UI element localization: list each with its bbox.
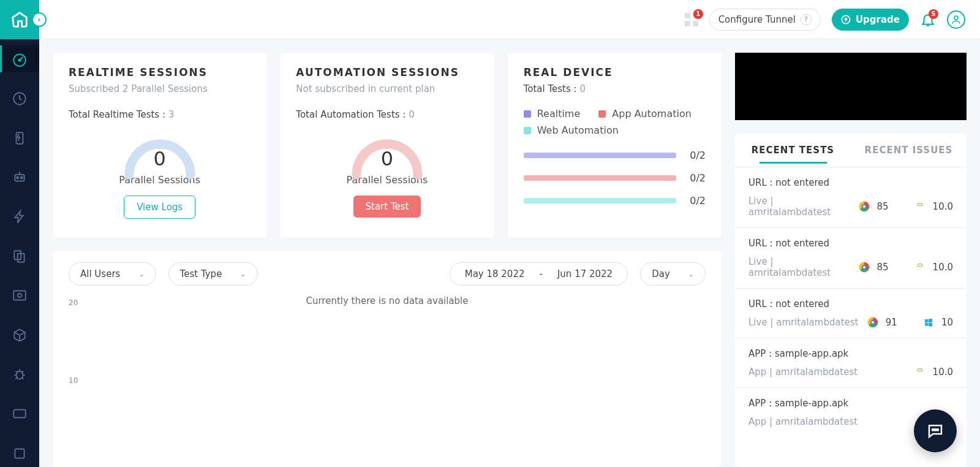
real-device-total: Total Tests : 0 bbox=[524, 83, 706, 94]
realtime-sessions-card: REALTIME SESSIONS Subscribed 2 Parallel … bbox=[53, 53, 266, 238]
sidebar-bug[interactable] bbox=[0, 361, 39, 388]
automation-total: Total Automation Tests : 0 bbox=[296, 109, 478, 120]
os-version: 10 bbox=[941, 317, 953, 328]
recent-test-meta: App | amritalambdatest bbox=[748, 366, 907, 378]
recent-test-meta: Live | amritalambdatest bbox=[748, 317, 860, 328]
chart-ytick: 20 bbox=[69, 298, 78, 307]
svg-point-17 bbox=[921, 204, 921, 205]
filter-granularity[interactable]: Day⌄ bbox=[640, 262, 706, 286]
card-title: REALTIME SESSIONS bbox=[69, 66, 251, 78]
browser-version: 85 bbox=[877, 201, 889, 212]
promo-banner[interactable] bbox=[735, 53, 967, 120]
android-icon bbox=[914, 201, 925, 212]
legend-app-automation: App Automation bbox=[598, 108, 692, 120]
svg-point-24 bbox=[932, 429, 934, 431]
svg-rect-14 bbox=[13, 410, 26, 418]
bar-app: 0/2 bbox=[524, 172, 706, 184]
sidebar-expand-icon[interactable]: › bbox=[32, 12, 47, 27]
configure-tunnel-button[interactable]: Configure Tunnel ? bbox=[709, 9, 821, 31]
recent-test-title: URL : not entered bbox=[748, 238, 953, 249]
help-icon[interactable]: ? bbox=[801, 14, 812, 25]
recent-test-title: URL : not entered bbox=[748, 298, 953, 309]
realtime-total: Total Realtime Tests : 3 bbox=[69, 109, 251, 120]
logo[interactable]: › bbox=[0, 0, 39, 39]
filter-date-range[interactable]: May 18 2022 - Jun 17 2022 bbox=[450, 262, 628, 286]
android-icon bbox=[914, 366, 925, 378]
sidebar-dashboard[interactable] bbox=[0, 45, 39, 72]
recent-test-item[interactable]: URL : not enteredLive | amritalambdatest… bbox=[735, 288, 967, 338]
chrome-icon bbox=[859, 262, 870, 273]
recent-test-title: URL : not entered bbox=[748, 177, 953, 188]
svg-point-21 bbox=[921, 370, 921, 370]
sidebar-more[interactable] bbox=[0, 440, 39, 467]
bar-web: 0/2 bbox=[524, 195, 706, 207]
card-subtitle: Subscribed 2 Parallel Sessions bbox=[69, 83, 251, 94]
svg-point-26 bbox=[937, 429, 939, 431]
browser-version: 85 bbox=[877, 262, 889, 273]
svg-point-12 bbox=[18, 294, 22, 298]
svg-point-7 bbox=[17, 177, 18, 179]
svg-point-20 bbox=[918, 370, 919, 370]
svg-point-16 bbox=[918, 204, 919, 205]
browser-version: 91 bbox=[886, 317, 897, 328]
real-device-card: REAL DEVICE Total Tests : 0 Realtime App… bbox=[508, 53, 722, 238]
windows-icon bbox=[923, 317, 934, 328]
sidebar-battery[interactable] bbox=[0, 124, 39, 151]
sidebar-bot[interactable] bbox=[0, 164, 39, 191]
sidebar-visual[interactable] bbox=[0, 282, 39, 309]
apps-grid-icon[interactable]: 1 bbox=[685, 13, 698, 26]
sidebar-box[interactable] bbox=[0, 322, 39, 349]
svg-point-1 bbox=[954, 16, 958, 20]
svg-rect-11 bbox=[13, 291, 26, 300]
tab-recent-issues[interactable]: RECENT ISSUES bbox=[851, 134, 967, 167]
chrome-icon bbox=[867, 317, 878, 328]
svg-point-18 bbox=[918, 265, 919, 265]
legend-realtime: Realtime bbox=[524, 108, 581, 120]
profile-avatar[interactable] bbox=[947, 10, 965, 29]
os-version: 10.0 bbox=[933, 262, 953, 273]
automation-gauge-value: 0 bbox=[381, 147, 393, 170]
android-icon bbox=[914, 262, 925, 273]
recent-test-item[interactable]: URL : not enteredLive | amritalambdatest… bbox=[735, 227, 967, 288]
os-version: 10.0 bbox=[933, 366, 953, 378]
sidebar-contrast[interactable] bbox=[0, 400, 39, 427]
svg-rect-15 bbox=[15, 449, 24, 458]
topbar: › 1 Configure Tunnel ? Upgrade 5 bbox=[0, 0, 980, 39]
chart-card: All Users⌄ Test Type⌄ May 18 2022 - Jun … bbox=[53, 251, 722, 467]
legend-web-automation: Web Automation bbox=[524, 124, 619, 136]
bar-realtime: 0/2 bbox=[524, 150, 706, 161]
recent-test-item[interactable]: APP : sample-app.apkApp | amritalambdate… bbox=[735, 338, 967, 387]
apps-badge: 1 bbox=[693, 9, 703, 19]
chart-area: 1020 bbox=[69, 311, 706, 467]
tab-recent-tests[interactable]: RECENT TESTS bbox=[735, 134, 851, 167]
card-subtitle: Not subscribed in current plan bbox=[296, 83, 478, 94]
recent-test-meta: Live | amritalambdatest bbox=[748, 256, 851, 278]
card-title: AUTOMATION SESSIONS bbox=[296, 66, 478, 78]
sidebar-bolt[interactable] bbox=[0, 203, 39, 230]
upgrade-button[interactable]: Upgrade bbox=[832, 9, 909, 31]
card-title: REAL DEVICE bbox=[524, 66, 706, 78]
sidebar-copy[interactable] bbox=[0, 243, 39, 270]
recent-test-meta: App | amritalambdatest bbox=[748, 416, 907, 427]
os-version: 10.0 bbox=[933, 201, 953, 212]
chart-ytick: 10 bbox=[69, 376, 78, 385]
filter-type[interactable]: Test Type⌄ bbox=[168, 262, 258, 286]
chart-empty-message: Currently there is no data available bbox=[69, 295, 706, 306]
svg-point-8 bbox=[21, 177, 23, 179]
recent-test-meta: Live | amritalambdatest bbox=[748, 196, 851, 218]
sidebar bbox=[0, 39, 39, 467]
svg-point-25 bbox=[935, 429, 937, 431]
filter-users[interactable]: All Users⌄ bbox=[69, 262, 156, 286]
svg-point-3 bbox=[18, 59, 20, 61]
realtime-gauge-value: 0 bbox=[153, 147, 165, 170]
recent-test-title: APP : sample-app.apk bbox=[748, 348, 953, 359]
recent-test-item[interactable]: URL : not enteredLive | amritalambdatest… bbox=[735, 167, 967, 227]
automation-sessions-card: AUTOMATION SESSIONS Not subscribed in cu… bbox=[280, 53, 494, 238]
chat-fab[interactable] bbox=[914, 409, 957, 452]
notifications-badge: 5 bbox=[929, 9, 938, 19]
sidebar-realtime[interactable] bbox=[0, 85, 39, 112]
svg-point-19 bbox=[921, 265, 921, 265]
notifications-icon[interactable]: 5 bbox=[920, 12, 936, 28]
recent-test-title: APP : sample-app.apk bbox=[748, 398, 953, 409]
chrome-icon bbox=[859, 201, 870, 212]
